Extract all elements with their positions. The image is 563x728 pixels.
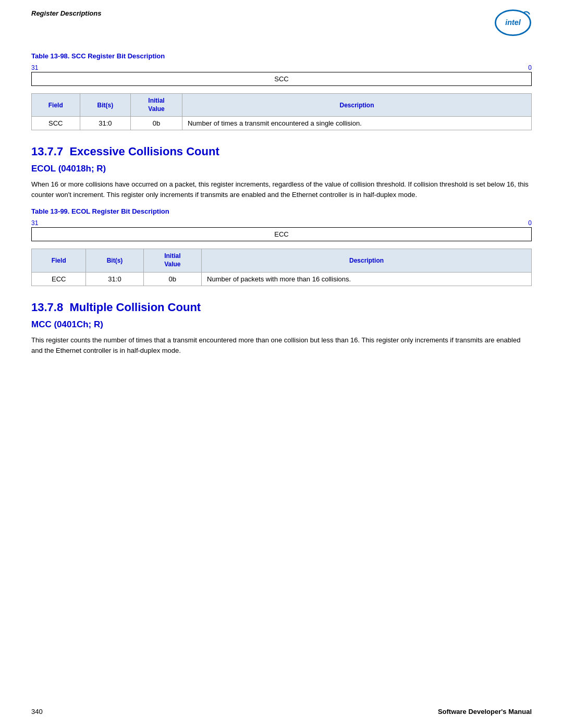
table-99-title: Table 13-99. ECOL Register Bit Descripti… xyxy=(31,207,532,215)
scc-row-bits: 31:0 xyxy=(80,117,131,130)
ecol-row-desc: Number of packets with more than 16 coll… xyxy=(202,272,532,286)
scc-bit-box: SCC xyxy=(31,72,532,86)
section-778-body: This register counts the number of times… xyxy=(31,335,532,356)
ecol-bit-diagram: 31 0 ECC xyxy=(31,219,532,241)
table-row: ECC 31:0 0b Number of packets with more … xyxy=(32,272,532,286)
ecol-bit-numbers: 31 0 xyxy=(31,219,532,227)
section-778-heading: 13.7.8 Multiple Collision Count xyxy=(31,301,532,314)
section-777-number: 13.7.7 xyxy=(31,145,63,158)
scc-row-initial: 0b xyxy=(131,117,182,130)
section-778-number: 13.7.8 xyxy=(31,301,63,314)
section-777-sub-heading: ECOL (04018h; R) xyxy=(31,164,532,174)
page-header: Register Descriptions intel xyxy=(0,0,563,42)
page-footer: 340 Software Developer's Manual xyxy=(0,708,563,715)
ecol-th-initial-value: InitialValue xyxy=(143,249,202,272)
ecol-row-bits: 31:0 xyxy=(86,272,143,286)
ecol-bit-right: 0 xyxy=(528,219,532,227)
scc-th-field: Field xyxy=(32,94,80,117)
scc-bit-numbers: 31 0 xyxy=(31,64,532,71)
scc-th-bits: Bit(s) xyxy=(80,94,131,117)
table-row: SCC 31:0 0b Number of times a transmit e… xyxy=(32,117,532,130)
ecol-th-field: Field xyxy=(32,249,86,272)
scc-table-header-row: Field Bit(s) InitialValue Description xyxy=(32,94,532,117)
table-98-title: Table 13-98. SCC Register Bit Descriptio… xyxy=(31,52,532,60)
header-title: Register Descriptions xyxy=(31,9,101,17)
section-778-title: Multiple Collision Count xyxy=(69,301,201,314)
ecol-th-bits: Bit(s) xyxy=(86,249,143,272)
scc-row-field: SCC xyxy=(32,117,80,130)
section-777-heading: 13.7.7 Excessive Collisions Count xyxy=(31,145,532,158)
ecol-table-header-row: Field Bit(s) InitialValue Description xyxy=(32,249,532,272)
ecol-bit-box: ECC xyxy=(31,227,532,241)
svg-text:intel: intel xyxy=(505,18,521,27)
ecol-row-initial: 0b xyxy=(143,272,202,286)
intel-logo-icon: intel xyxy=(494,9,532,36)
footer-page-number: 340 xyxy=(31,708,43,715)
scc-register-table: Field Bit(s) InitialValue Description SC… xyxy=(31,93,532,130)
section-777-body: When 16 or more collisions have occurred… xyxy=(31,179,532,200)
section-778-sub-heading: MCC (0401Ch; R) xyxy=(31,319,532,330)
section-777-title: Excessive Collisions Count xyxy=(69,145,219,158)
ecol-row-field: ECC xyxy=(32,272,86,286)
footer-document-title: Software Developer's Manual xyxy=(438,708,532,715)
page-content: Table 13-98. SCC Register Bit Descriptio… xyxy=(0,42,563,394)
scc-bit-diagram: 31 0 SCC xyxy=(31,64,532,86)
page: Register Descriptions intel Table 13-98.… xyxy=(0,0,563,728)
ecol-register-table: Field Bit(s) InitialValue Description EC… xyxy=(31,249,532,286)
scc-th-initial-value: InitialValue xyxy=(131,94,182,117)
scc-bit-right: 0 xyxy=(528,64,532,71)
ecol-th-description: Description xyxy=(202,249,532,272)
scc-row-desc: Number of times a transmit encountered a… xyxy=(182,117,531,130)
scc-bit-left: 31 xyxy=(31,64,38,71)
scc-th-description: Description xyxy=(182,94,531,117)
ecol-bit-left: 31 xyxy=(31,219,38,227)
